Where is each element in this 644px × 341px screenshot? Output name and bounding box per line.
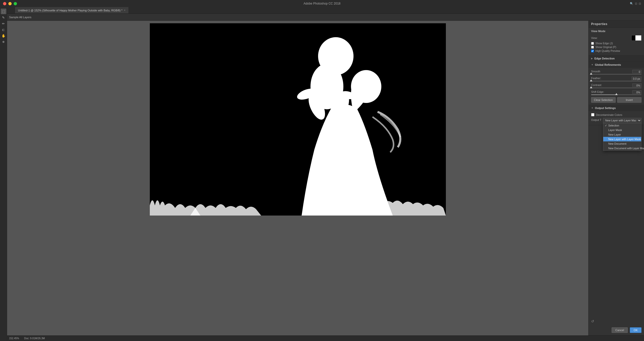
contrast-label-row: Contrast: 0%	[591, 83, 641, 87]
refinement-buttons: Clear Selection Invert	[591, 97, 641, 103]
reset-icon[interactable]: ↺	[591, 319, 594, 323]
invert-button[interactable]: Invert	[617, 97, 642, 103]
main-area: Properties View Mode View: Show Edge (J)	[7, 21, 644, 335]
view-thumbnail[interactable]	[631, 35, 641, 41]
app-title: Adobe Photoshop CC 2018	[303, 2, 340, 5]
doc-size: Doc: 9.01M/26.3M	[24, 337, 45, 340]
shift-edge-fill	[591, 94, 616, 95]
global-refinements-chevron: ▼	[591, 63, 593, 66]
output-settings-section: ▼ Output Settings Decontaminate Colors O…	[589, 105, 644, 125]
edge-detection-header[interactable]: ▶ Edge Detection	[589, 55, 644, 61]
canvas-area[interactable]	[7, 21, 588, 335]
shift-edge-thumb[interactable]	[615, 93, 618, 95]
tab-close-button[interactable]: ×	[124, 9, 126, 12]
feather-row: Feather: 0.0 px	[591, 77, 641, 81]
edge-detection-chevron: ▶	[591, 57, 593, 60]
tab-label: Untitled-1 @ 152% (Silhouette of Happy M…	[18, 9, 122, 12]
view-label: View:	[591, 36, 598, 39]
show-original-label: Show Original (P)	[595, 46, 616, 49]
ok-button[interactable]: OK	[630, 327, 641, 333]
contrast-row: Contrast: 0%	[591, 83, 641, 88]
dropdown-item-new-document[interactable]: New Document	[603, 141, 641, 146]
maximize-button[interactable]	[14, 2, 17, 5]
smooth-value[interactable]: 0	[632, 70, 641, 73]
output-settings-header[interactable]: ▼ Output Settings	[589, 105, 644, 111]
global-refinements-section: ▼ Global Refinements Smooth 0	[589, 62, 644, 105]
zoom-tool[interactable]: ⊕	[1, 39, 6, 45]
selection-tool[interactable]: ⬚	[1, 9, 6, 14]
smooth-track[interactable]	[591, 74, 641, 75]
edge-detection-section: ▶ Edge Detection	[589, 55, 644, 62]
window-controls	[3, 2, 17, 5]
paint-tool[interactable]: ✏	[1, 21, 6, 26]
right-panel: Properties View Mode View: Show Edge (J)	[588, 21, 644, 335]
svg-rect-0	[150, 23, 446, 216]
feather-value[interactable]: 0.0 px	[632, 77, 641, 80]
output-settings-title: Output Settings	[595, 106, 616, 110]
shift-edge-row: Shift Edge: 0%	[591, 90, 641, 95]
smooth-thumb[interactable]	[590, 73, 592, 75]
output-dropdown-menu: ✓ Selection Layer Mask New Layer	[603, 123, 641, 151]
view-row: View:	[591, 35, 641, 41]
zoom-value: 152.45%	[9, 337, 19, 340]
app-body: ⬚ ✎ ✏ ⊏ ✋ ⊕ Untitled-1 @ 152% (Silhouett…	[0, 7, 644, 341]
high-quality-checkbox[interactable]	[591, 50, 594, 52]
feather-label: Feather:	[591, 77, 601, 80]
shift-edge-value[interactable]: 0%	[632, 90, 641, 94]
output-label: Output T	[591, 118, 601, 121]
show-original-checkbox[interactable]	[591, 46, 594, 49]
left-toolbar: ⬚ ✎ ✏ ⊏ ✋ ⊕	[0, 7, 7, 341]
smooth-label: Smooth	[591, 70, 600, 73]
decontaminate-row: Decontaminate Colors	[591, 113, 641, 116]
show-edge-checkbox[interactable]	[591, 42, 594, 45]
view-mode-label: View Mode	[591, 30, 606, 33]
global-refinements-title: Global Refinements	[595, 63, 621, 66]
output-dropdown[interactable]: Selection Layer Mask New Layer New Layer…	[603, 118, 641, 123]
show-edge-label: Show Edge (J)	[595, 42, 613, 45]
titlebar: Adobe Photoshop CC 2018 🔍 ⊡ ⊡	[0, 0, 644, 7]
shift-edge-track[interactable]	[591, 94, 641, 95]
hand-tool[interactable]: ✋	[1, 33, 6, 38]
status-bar: 152.45% Doc: 9.01M/26.3M	[7, 335, 644, 341]
contrast-value[interactable]: 0%	[632, 83, 641, 87]
smooth-label-row: Smooth 0	[591, 70, 641, 73]
decontaminate-checkbox[interactable]	[591, 113, 594, 116]
document-tab[interactable]: Untitled-1 @ 152% (Silhouette of Happy M…	[15, 7, 129, 13]
output-dropdown-row: Output T Selection Layer Mask New Layer …	[591, 118, 641, 123]
close-button[interactable]	[3, 2, 6, 5]
minimize-button[interactable]	[8, 2, 12, 5]
view-mode-section: View Mode View: Show Edge (J) Show Origi…	[589, 28, 644, 55]
canvas-wrapper	[150, 23, 446, 216]
high-quality-row: High Quality Preview	[591, 49, 641, 52]
window-extra-buttons: 🔍 ⊡ ⊡	[630, 2, 641, 5]
dropdown-item-selection[interactable]: ✓ Selection	[603, 123, 641, 128]
canvas-image	[150, 23, 446, 216]
dropdown-item-new-doc-mask[interactable]: New Document with Layer Mask	[603, 146, 641, 151]
global-refinements-header[interactable]: ▼ Global Refinements	[589, 62, 644, 68]
lasso-tool[interactable]: ⊏	[1, 27, 6, 32]
dropdown-item-layer-mask[interactable]: Layer Mask	[603, 128, 641, 132]
feather-track[interactable]	[591, 81, 641, 81]
dropdown-item-new-layer-mask[interactable]: New Layer with Layer Mask	[603, 137, 641, 141]
check-selection: ✓	[605, 124, 607, 127]
view-mode-header: View Mode	[591, 30, 641, 34]
contrast-thumb[interactable]	[590, 86, 592, 88]
sample-layers-label: Sample All Layers	[9, 16, 31, 19]
contrast-track[interactable]	[591, 88, 641, 88]
contrast-label: Contrast:	[591, 83, 602, 87]
global-refinements-body: Smooth 0 Feather:	[589, 68, 644, 105]
panel-reset: ↺	[589, 318, 644, 325]
feather-thumb[interactable]	[590, 79, 592, 81]
dropdown-item-new-layer[interactable]: New Layer	[603, 132, 641, 137]
show-original-row: Show Original (P)	[591, 46, 641, 49]
show-edge-row: Show Edge (J)	[591, 42, 641, 45]
cancel-button[interactable]: Cancel	[612, 327, 628, 333]
panel-spacer	[589, 125, 644, 318]
brush-tool[interactable]: ✎	[1, 15, 6, 20]
clear-selection-button[interactable]: Clear Selection	[591, 97, 616, 103]
output-settings-chevron: ▼	[591, 107, 593, 109]
zoom-status: 152.45%	[9, 337, 19, 340]
options-bar: Sample All Layers	[7, 14, 644, 21]
panel-title: Properties	[589, 21, 644, 28]
feather-label-row: Feather: 0.0 px	[591, 77, 641, 80]
